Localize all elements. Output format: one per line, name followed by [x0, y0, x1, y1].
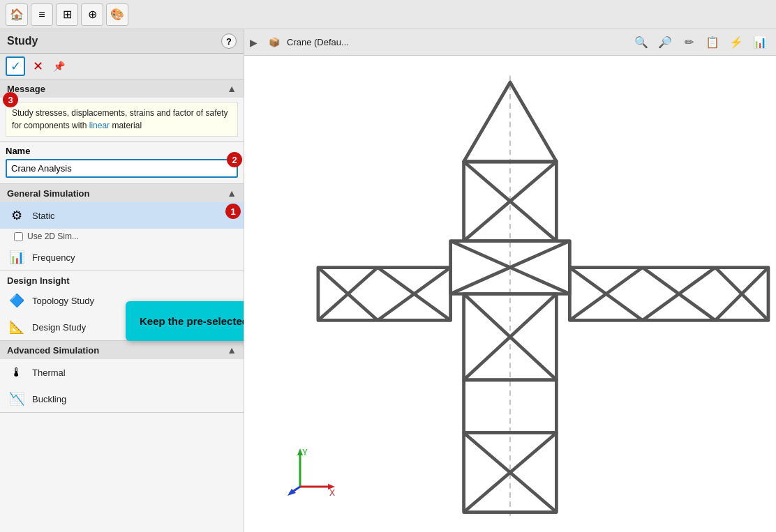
svg-rect-24 [464, 380, 557, 433]
left-panel: 3 Study ? ✓ ✕ 📌 Message ▲ Study stresses… [0, 29, 244, 532]
model-name: Crane (Defau... [287, 37, 349, 47]
viewport-canvas: .truss { stroke: #555; stroke-width: 5; … [244, 56, 776, 532]
use-2d-label: Use 2D Sim... [27, 231, 79, 241]
frequency-sim-item[interactable]: 📊 Frequency [0, 244, 244, 271]
topology-label: Topology Study [32, 296, 94, 306]
message-text-part2: material [110, 121, 142, 130]
thermal-label: Thermal [32, 367, 66, 378]
message-section: Message ▲ Study stresses, displacements,… [0, 79, 244, 142]
buckling-label: Buckling [32, 394, 66, 404]
message-collapse-icon: ▲ [227, 83, 237, 94]
ok-button[interactable]: ✓ [6, 56, 25, 76]
viewport-toolbar: ▶ 📦 Crane (Defau... 🔍 🔎 ✏ 📋 ⚡ 📊 [244, 29, 776, 56]
panel-title: Study [7, 35, 38, 47]
step-badge-3: 3 [3, 92, 18, 107]
name-label: Name [6, 146, 238, 156]
svg-rect-9 [318, 268, 451, 321]
step-badge-1: 1 [225, 204, 241, 219]
advanced-simulation-collapse-icon: ▲ [227, 344, 237, 356]
message-box: Study stresses, displacements, strains a… [6, 102, 238, 137]
use-2d-row: Use 2D Sim... [0, 229, 244, 244]
model-icon: 📦 [264, 33, 284, 52]
vp-search-btn[interactable]: 🔍 [631, 32, 652, 53]
general-simulation-section: General Simulation ▲ ⚙ Static 1 Use 2D S… [0, 184, 244, 271]
message-highlight: linear [89, 121, 110, 130]
toolbar-home-btn[interactable]: 🏠 [6, 3, 28, 26]
name-label-text: Name [6, 146, 30, 156]
thermal-item[interactable]: 🌡 Thermal [0, 359, 244, 386]
expand-arrow-icon[interactable]: ▶ [250, 37, 258, 48]
name-input-wrapper: 2 [6, 159, 238, 178]
svg-text:Y: Y [302, 448, 308, 457]
buckling-item[interactable]: 📉 Buckling [0, 386, 244, 412]
ok-cancel-row: ✓ ✕ 📌 [0, 54, 244, 79]
static-icon: ⚙ [7, 206, 27, 225]
design-insight-label: Design Insight [0, 271, 244, 287]
advanced-simulation-label: Advanced Simulation [7, 345, 99, 356]
design-study-icon: 📐 [7, 317, 27, 337]
name-input[interactable] [6, 159, 238, 178]
design-study-label: Design Study [32, 322, 86, 333]
svg-text:X: X [329, 488, 335, 497]
step-badge-2: 2 [227, 152, 242, 167]
toolbar-grid-btn[interactable]: ⊞ [56, 3, 78, 26]
vp-clipboard-btn[interactable]: 📋 [702, 32, 723, 53]
top-toolbar: 🏠 ≡ ⊞ ⊕ 🎨 [0, 0, 776, 29]
name-section: Name 2 [0, 142, 244, 184]
static-sim-item[interactable]: ⚙ Static 1 [0, 202, 244, 229]
topology-icon: 🔷 [7, 291, 27, 310]
toolbar-color-btn[interactable]: 🎨 [106, 3, 128, 26]
vp-chart-btn[interactable]: 📊 [749, 32, 770, 53]
pin-button[interactable]: 📌 [50, 58, 67, 75]
toolbar-menu-btn[interactable]: ≡ [31, 3, 53, 26]
toolbar-target-btn[interactable]: ⊕ [81, 3, 103, 26]
general-simulation-label: General Simulation [7, 188, 89, 199]
advanced-simulation-header[interactable]: Advanced Simulation ▲ [0, 341, 244, 359]
general-simulation-collapse-icon: ▲ [227, 188, 237, 199]
message-section-header[interactable]: Message ▲ [0, 79, 244, 98]
help-button[interactable]: ? [221, 33, 237, 49]
general-simulation-header[interactable]: General Simulation ▲ [0, 184, 244, 202]
tooltip-box: Keep the pre-selected "Static" option [126, 301, 244, 341]
vp-lightning-btn[interactable]: ⚡ [726, 32, 747, 53]
static-label: Static [32, 211, 55, 221]
cancel-button[interactable]: ✕ [29, 58, 46, 75]
advanced-simulation-section: Advanced Simulation ▲ 🌡 Thermal 📉 Buckli… [0, 341, 244, 413]
use-2d-checkbox[interactable] [14, 232, 23, 241]
thermal-icon: 🌡 [7, 363, 27, 382]
vp-zoom-btn[interactable]: 🔎 [655, 32, 676, 53]
buckling-icon: 📉 [7, 389, 27, 409]
svg-rect-14 [569, 268, 768, 321]
vp-edit-btn[interactable]: ✏ [678, 32, 699, 53]
right-panel: ▶ 📦 Crane (Defau... 🔍 🔎 ✏ 📋 ⚡ 📊 .truss {… [244, 29, 776, 532]
panel-header: Study ? [0, 29, 244, 54]
main-area: 3 Study ? ✓ ✕ 📌 Message ▲ Study stresses… [0, 29, 776, 532]
axis-indicator: Y X [286, 441, 342, 497]
frequency-label: Frequency [32, 252, 75, 263]
tooltip-text: Keep the pre-selected "Static" option [140, 315, 244, 327]
frequency-icon: 📊 [7, 248, 27, 267]
